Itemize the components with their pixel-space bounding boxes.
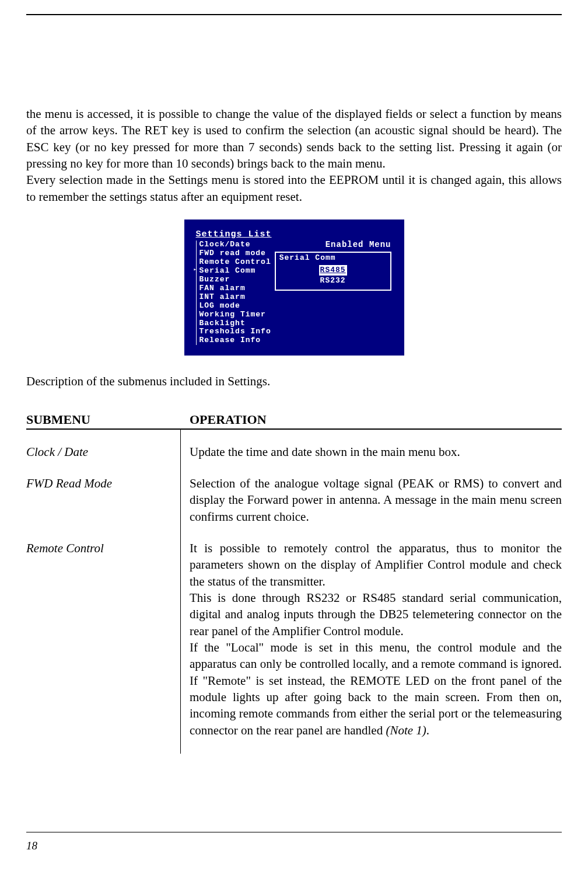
remote-p3a: If the "Local" mode is set in this menu,… xyxy=(190,640,562,737)
lcd-item-working-timer: Working Timer xyxy=(200,311,271,319)
submenu-op-fwd-read: Selection of the analogue voltage signal… xyxy=(190,475,562,525)
bottom-horizontal-rule xyxy=(26,832,562,832)
lcd-item-remote-control: Remote Control xyxy=(200,258,271,267)
lcd-item-release: Release Info xyxy=(200,336,271,345)
lcd-title: Settings List xyxy=(196,230,391,239)
remote-note: (Note 1) xyxy=(386,723,426,737)
lcd-serial-panel: Serial Comm RS485 RS232 xyxy=(275,252,391,291)
submenu-name-fwd-read: FWD Read Mode xyxy=(26,475,180,525)
lcd-screen: Settings List Clock/Date FWD read mode R… xyxy=(184,220,404,356)
lcd-item-fan-alarm: FAN alarm xyxy=(200,284,271,293)
lcd-item-log-mode: LOG mode xyxy=(200,302,271,311)
table-header-submenu: SUBMENU xyxy=(26,412,181,427)
lcd-item-clock-date: Clock/Date xyxy=(200,241,271,249)
remote-p1: It is possible to remotely control the a… xyxy=(190,541,562,588)
submenu-op-clock-date: Update the time and date shown in the ma… xyxy=(190,444,562,460)
lcd-item-serial-comm: Serial Comm xyxy=(200,267,271,276)
lcd-item-buzzer: Buzzer xyxy=(200,276,271,284)
lcd-enabled-menu-label: Enabled Menu xyxy=(275,241,391,249)
table-header-operation: OPERATION xyxy=(181,412,562,427)
lcd-option-rs485: RS485 xyxy=(319,265,347,276)
submenu-name-remote-control: Remote Control xyxy=(26,540,180,556)
remote-p2: This is done through RS232 or RS485 stan… xyxy=(190,591,562,638)
lcd-item-int-alarm: INT alarm xyxy=(200,293,271,302)
top-horizontal-rule xyxy=(26,14,562,15)
submenu-op-remote-control: It is possible to remotely control the a… xyxy=(190,540,562,738)
submenu-table: SUBMENU OPERATION Clock / Date FWD Read … xyxy=(26,412,562,754)
lcd-item-backlight: Backlight xyxy=(200,319,271,328)
remote-p3b: . xyxy=(426,723,429,737)
page-number: 18 xyxy=(26,839,37,852)
lcd-screenshot-container: Settings List Clock/Date FWD read mode R… xyxy=(26,220,562,356)
intro-paragraph-2: Every selection made in the Settings men… xyxy=(26,172,562,205)
lcd-menu-list: Clock/Date FWD read mode Remote Control … xyxy=(196,241,271,345)
description-line: Description of the submenus included in … xyxy=(26,373,562,389)
lcd-serial-panel-title: Serial Comm xyxy=(279,254,387,262)
submenu-name-clock-date: Clock / Date xyxy=(26,444,180,460)
lcd-item-fwd-read: FWD read mode xyxy=(200,249,271,258)
lcd-item-tresholds: Tresholds Info xyxy=(200,327,271,336)
intro-paragraph-1: the menu is accessed, it is possible to … xyxy=(26,106,562,172)
lcd-option-rs232: RS232 xyxy=(320,276,346,285)
